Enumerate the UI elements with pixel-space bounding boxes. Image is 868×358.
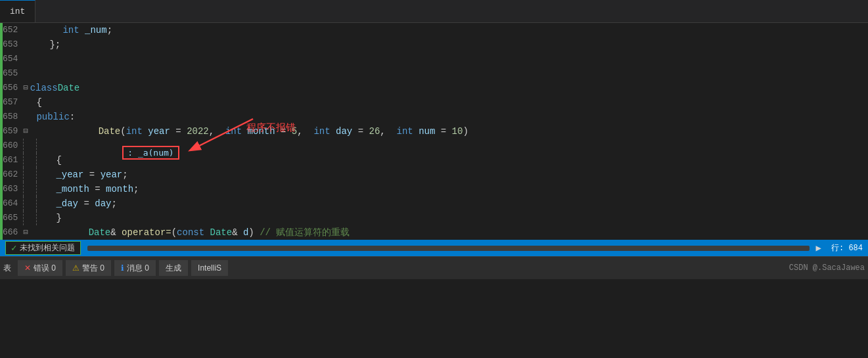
line-654: 654 — [3, 52, 23, 66]
code-line-657: { — [23, 95, 868, 110]
line-656: 656 — [3, 81, 23, 95]
errors-label: 错误 0 — [34, 263, 56, 274]
bottom-toolbar: 表 ✕ 错误 0 ⚠ 警告 0 ℹ 消息 0 生成 IntelliS CSDN … — [0, 256, 868, 279]
annotation-arrow — [174, 112, 279, 165]
line-info: 行: 684 — [831, 242, 863, 254]
code-line-661: { — [23, 153, 868, 168]
line-663: 663 — [3, 182, 23, 196]
line-658: 658 — [3, 110, 23, 124]
line-660: 660 — [3, 139, 23, 153]
line-665: 665 — [3, 211, 23, 225]
code-rows: int _num; }; ⊟class Date { public: — [23, 23, 868, 240]
build-label: 生成 — [166, 263, 181, 274]
line-661: 661 — [3, 153, 23, 168]
scroll-right-icon[interactable]: ▶ — [816, 242, 821, 254]
code-line-664: _day = day; — [23, 196, 868, 211]
code-line-666: ⊟ Date& operator=(const Date& d) // 赋值运算… — [23, 225, 868, 240]
line-659: 659 — [3, 124, 23, 139]
line-655: 655 — [3, 66, 23, 81]
code-line-660: : _a(num) 程序不报错 — [23, 139, 868, 153]
check-icon: ✓ — [11, 242, 16, 254]
warnings-label: 警告 0 — [82, 263, 104, 274]
messages-button[interactable]: ℹ 消息 0 — [114, 260, 156, 276]
warning-icon: ⚠ — [72, 263, 80, 273]
errors-button[interactable]: ✕ 错误 0 — [18, 260, 62, 276]
active-tab[interactable]: int — [0, 0, 35, 22]
csdn-credit: CSDN @.SacaJawea — [789, 263, 865, 273]
line-652: 652 — [3, 23, 23, 37]
line-666: 666 — [3, 225, 23, 240]
code-line-665: } — [23, 211, 868, 225]
editor-area: 652 653 654 655 656 657 658 659 660 661 … — [0, 23, 868, 240]
code-line-652: int _num; — [23, 23, 868, 37]
fold-icon-666[interactable]: ⊟ — [23, 225, 28, 240]
status-bar: ✓ 未找到相关问题 ▶ 行: 684 — [0, 240, 868, 256]
code-line-654 — [23, 52, 868, 66]
line-662: 662 — [3, 168, 23, 182]
code-line-653: }; — [23, 37, 868, 52]
messages-label: 消息 0 — [127, 263, 149, 274]
line-numbers: 652 653 654 655 656 657 658 659 660 661 … — [3, 23, 23, 240]
error-icon: ✕ — [24, 263, 31, 273]
line-664: 664 — [3, 196, 23, 211]
code-line-663: _month = month; — [23, 182, 868, 196]
line-653: 653 — [3, 37, 23, 52]
build-button[interactable]: 生成 — [159, 260, 188, 276]
no-error-status[interactable]: ✓ 未找到相关问题 — [5, 241, 81, 255]
fold-icon-656[interactable]: ⊟ — [23, 81, 28, 95]
tab-label: int — [10, 7, 25, 16]
code-line-656: ⊟class Date — [23, 81, 868, 95]
tab-bar: int — [0, 0, 868, 23]
intellisense-label: IntelliS — [198, 263, 221, 273]
intellisense-button[interactable]: IntelliS — [191, 260, 228, 276]
horizontal-scrollbar[interactable] — [87, 246, 809, 251]
line-657: 657 — [3, 95, 23, 110]
editor-window: int 652 653 654 655 656 657 658 659 660 … — [0, 0, 868, 279]
code-line-662: _year = year; — [23, 168, 868, 182]
warnings-button[interactable]: ⚠ 警告 0 — [66, 260, 111, 276]
no-error-text: 未找到相关问题 — [20, 242, 75, 254]
toolbar-label: 表 — [3, 263, 11, 274]
info-icon: ℹ — [121, 263, 124, 273]
svg-line-1 — [194, 119, 253, 148]
code-line-655 — [23, 66, 868, 81]
